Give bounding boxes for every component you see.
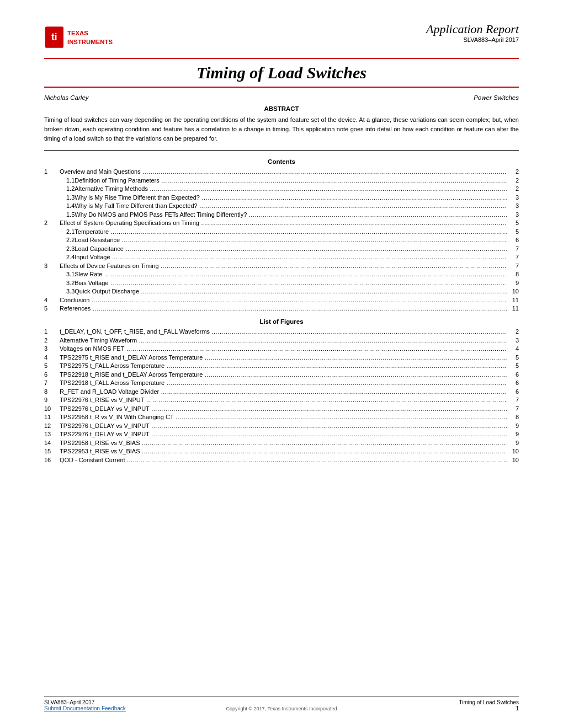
toc-entry-num: 2.3 bbox=[66, 245, 75, 252]
toc-entry-title: Why is My Fall Time Different than Expec… bbox=[75, 202, 197, 209]
lof-entry-page: 7 bbox=[509, 397, 519, 403]
toc-dots: …………………………………………………………………………………………………………… bbox=[110, 228, 507, 236]
toc-dots: …………………………………………………………………………………………………………… bbox=[91, 297, 507, 304]
toc-row: 3.3Quick Output Discharge………………………………………… bbox=[44, 288, 519, 296]
feedback-link[interactable]: Submit Documentation Feedback bbox=[44, 705, 126, 711]
toc-section: Contents 1Overview and Main Questions………… bbox=[44, 158, 519, 313]
svg-text:ti: ti bbox=[51, 31, 57, 42]
page-footer: SLVA883–April 2017 Submit Documentation … bbox=[44, 697, 519, 711]
lof-entry-title: TPS22976 t_DELAY vs V_INPUT bbox=[60, 422, 150, 429]
toc-entry-page: 2 bbox=[509, 168, 519, 175]
doc-title: Timing of Load Switches bbox=[44, 63, 519, 82]
lof-row: 16QOD - Constant Current…………………………………………… bbox=[44, 457, 519, 464]
lof-entry-page: 9 bbox=[509, 431, 519, 437]
lof-entry-title: Voltages on NMOS FET bbox=[60, 345, 124, 352]
lof-row: 9TPS22976 t_RISE vs V_INPUT…………………………………… bbox=[44, 397, 519, 404]
lof-entry-num: 5 bbox=[44, 362, 60, 369]
lof-row: 12TPS22976 t_DELAY vs V_INPUT……………………………… bbox=[44, 422, 519, 430]
author-category: Power Switches bbox=[474, 94, 519, 101]
toc-entry-num: 1 bbox=[44, 168, 60, 175]
toc-entry-page: 9 bbox=[509, 280, 519, 286]
lof-entry-title: t_DELAY, t_ON, t_OFF, t_RISE, and t_FALL… bbox=[60, 328, 210, 335]
toc-entry-title: Quick Output Discharge bbox=[75, 288, 139, 295]
lof-entry-page: 9 bbox=[509, 422, 519, 429]
abstract-section: ABSTRACT Timing of load switches can var… bbox=[44, 105, 519, 151]
doc-title-section: Timing of Load Switches bbox=[44, 58, 519, 88]
toc-entry-num: 1.1 bbox=[66, 177, 75, 184]
lof-dots: …………………………………………………………………………………………………………… bbox=[127, 457, 507, 464]
lof-row: 7TPS22918 t_FALL Across Temperature……………… bbox=[44, 379, 519, 387]
toc-dots: …………………………………………………………………………………………………………… bbox=[141, 288, 507, 296]
lof-entry-page: 3 bbox=[509, 337, 519, 344]
lof-entry-page: 4 bbox=[509, 345, 519, 352]
lof-entry-page: 9 bbox=[509, 440, 519, 446]
toc-row: 3.2Bias Voltage…………………………………………………………………… bbox=[44, 280, 519, 287]
toc-entry-page: 11 bbox=[509, 305, 519, 312]
toc-entry-title: Overview and Main Questions bbox=[60, 168, 141, 175]
toc-dots: …………………………………………………………………………………………………………… bbox=[199, 202, 507, 210]
toc-dots: …………………………………………………………………………………………………………… bbox=[201, 220, 507, 227]
toc-entry-title: Conclusion bbox=[60, 297, 89, 303]
toc-entry-title: Alternative Timing Methods bbox=[75, 185, 148, 192]
lof-dots: …………………………………………………………………………………………………………… bbox=[161, 388, 507, 396]
toc-header: Contents bbox=[44, 158, 519, 165]
toc-entry-title: Bias Voltage bbox=[75, 280, 108, 286]
toc-dots: …………………………………………………………………………………………………………… bbox=[125, 245, 507, 253]
ti-logo: ti TEXAS INSTRUMENTS bbox=[44, 22, 121, 52]
toc-row: 3.1Slew Rate…………………………………………………………………………… bbox=[44, 271, 519, 279]
lof-row: 4TPS22975 t_RISE and t_DELAY Across Temp… bbox=[44, 354, 519, 362]
lof-entry-title: TPS22958 t_RISE vs V_BIAS bbox=[60, 440, 140, 446]
toc-entry-num: 4 bbox=[44, 297, 60, 303]
lof-dots: …………………………………………………………………………………………………………… bbox=[139, 337, 507, 345]
abstract-title: ABSTRACT bbox=[44, 105, 519, 112]
lof-row: 3Voltages on NMOS FET…………………………………………………… bbox=[44, 345, 519, 353]
footer-right: Timing of Load Switches 1 bbox=[459, 699, 519, 711]
lof-dots: …………………………………………………………………………………………………………… bbox=[211, 328, 507, 336]
footer-doc-title: Timing of Load Switches bbox=[459, 699, 519, 705]
footer-copyright: Copyright © 2017, Texas Instruments Inco… bbox=[199, 706, 364, 711]
lof-entry-page: 6 bbox=[509, 371, 519, 378]
toc-row: 2.4Input Voltage………………………………………………………………… bbox=[44, 254, 519, 261]
toc-entry-title: References bbox=[60, 305, 91, 312]
toc-entry-num: 2.2 bbox=[66, 237, 75, 243]
lof-entry-num: 4 bbox=[44, 354, 60, 361]
toc-entry-num: 2.1 bbox=[66, 228, 75, 235]
toc-entry-page: 11 bbox=[509, 297, 519, 303]
abstract-text: Timing of load switches can vary dependi… bbox=[44, 115, 519, 143]
toc-entry-num: 1.2 bbox=[66, 185, 75, 192]
lof-dots: …………………………………………………………………………………………………………… bbox=[151, 431, 507, 438]
lof-entry-num: 13 bbox=[44, 431, 60, 437]
lof-entry-num: 7 bbox=[44, 379, 60, 386]
toc-entry-page: 2 bbox=[509, 185, 519, 192]
toc-entry-title: Load Resistance bbox=[75, 237, 120, 243]
lof-entry-page: 6 bbox=[509, 388, 519, 395]
lof-dots: …………………………………………………………………………………………………………… bbox=[166, 362, 507, 370]
header-right: Application Report SLVA883–April 2017 bbox=[426, 22, 519, 43]
toc-row: 1.3Why is My Rise Time Different than Ex… bbox=[44, 194, 519, 202]
lof-dots: …………………………………………………………………………………………………………… bbox=[151, 422, 507, 430]
toc-entry-num: 2 bbox=[44, 220, 60, 226]
lof-entry-title: TPS22976 t_RISE vs V_INPUT bbox=[60, 397, 144, 403]
lof-row: 13TPS22976 t_DELAY vs V_INPUT……………………………… bbox=[44, 431, 519, 438]
page-header: ti TEXAS INSTRUMENTS Application Report … bbox=[44, 22, 519, 52]
toc-entry-page: 2 bbox=[509, 177, 519, 184]
lof-entry-num: 16 bbox=[44, 457, 60, 463]
toc-entry-page: 5 bbox=[509, 220, 519, 226]
toc-dots: …………………………………………………………………………………………………………… bbox=[161, 263, 507, 270]
lof-entry-title: TPS22975 t_FALL Across Temperature bbox=[60, 362, 164, 369]
lof-entry-page: 2 bbox=[509, 328, 519, 335]
lof-entry-title: TPS22976 t_DELAY vs V_INPUT bbox=[60, 431, 150, 437]
toc-entry-page: 7 bbox=[509, 263, 519, 269]
lof-entry-num: 15 bbox=[44, 448, 60, 454]
lof-row: 5TPS22975 t_FALL Across Temperature……………… bbox=[44, 362, 519, 370]
lof-entry-title: TPS22976 t_DELAY vs V_INPUT bbox=[60, 405, 150, 412]
lof-entry-title: TPS22918 t_FALL Across Temperature bbox=[60, 379, 164, 386]
lof-entry-num: 8 bbox=[44, 388, 60, 395]
logo-area: ti TEXAS INSTRUMENTS bbox=[44, 22, 121, 52]
lof-entries: 1t_DELAY, t_ON, t_OFF, t_RISE, and t_FAL… bbox=[44, 328, 519, 464]
toc-entry-page: 10 bbox=[509, 288, 519, 295]
lof-dots: …………………………………………………………………………………………………………… bbox=[166, 379, 507, 387]
toc-entry-page: 3 bbox=[509, 194, 519, 201]
lof-entry-num: 9 bbox=[44, 397, 60, 403]
app-report-title: Application Report bbox=[426, 22, 519, 36]
